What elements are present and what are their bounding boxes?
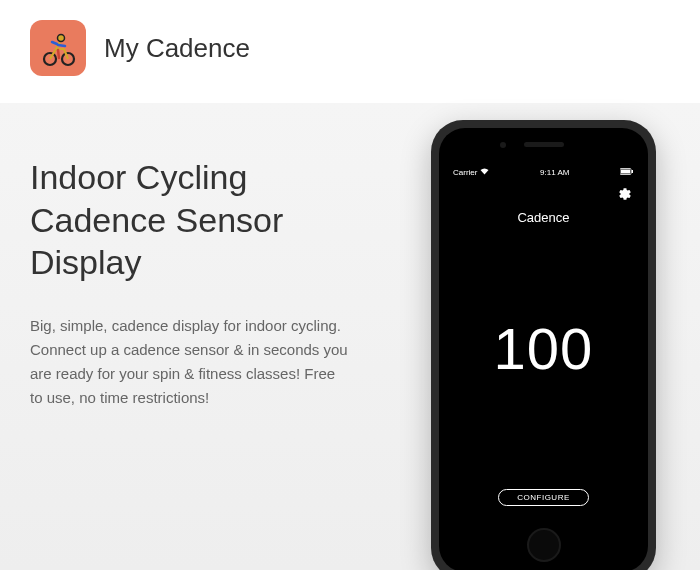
- battery-icon: [620, 168, 634, 177]
- phone-camera: [500, 142, 506, 148]
- wifi-icon: [480, 168, 489, 177]
- home-button[interactable]: [527, 528, 561, 562]
- description: Big, simple, cadence display for indoor …: [30, 314, 350, 410]
- app-icon: [30, 20, 86, 76]
- status-time: 9:11 AM: [540, 168, 569, 177]
- svg-point-2: [58, 35, 65, 42]
- svg-rect-5: [632, 170, 634, 173]
- status-bar: Carrier 9:11 AM: [445, 164, 642, 181]
- phone-screen: Carrier 9:11 AM Cadence 100: [445, 164, 642, 520]
- phone-body: Carrier 9:11 AM Cadence 100: [439, 128, 648, 570]
- status-left: Carrier: [453, 168, 489, 177]
- header: My Cadence: [0, 0, 700, 96]
- cadence-value: 100: [445, 315, 642, 382]
- configure-button[interactable]: CONFIGURE: [498, 489, 589, 506]
- headline: Indoor Cycling Cadence Sensor Display: [30, 156, 350, 284]
- app-title: My Cadence: [104, 33, 250, 64]
- phone-speaker: [524, 142, 564, 147]
- cadence-label: Cadence: [445, 210, 642, 225]
- status-right: [620, 168, 634, 177]
- gear-icon[interactable]: [618, 187, 632, 204]
- carrier-label: Carrier: [453, 168, 477, 177]
- cyclist-icon: [38, 28, 78, 68]
- main-content: Indoor Cycling Cadence Sensor Display Bi…: [0, 96, 380, 410]
- settings-row: [445, 181, 642, 206]
- phone-mockup: Carrier 9:11 AM Cadence 100: [431, 120, 656, 570]
- svg-rect-4: [621, 170, 630, 174]
